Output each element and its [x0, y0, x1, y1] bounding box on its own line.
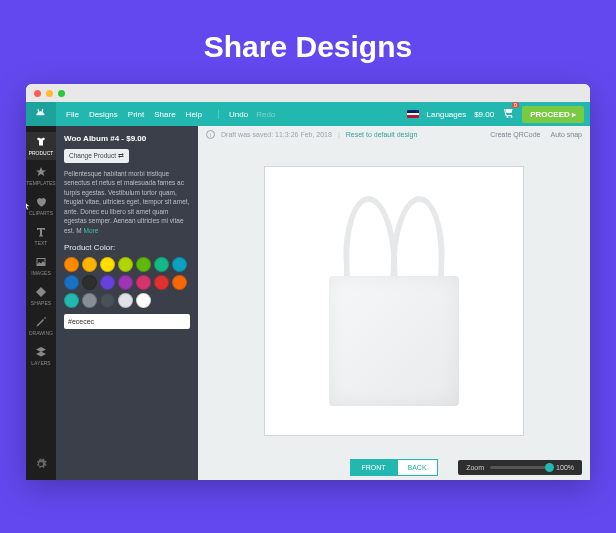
color-swatch[interactable] — [118, 257, 133, 272]
rail-templates[interactable]: TEMPLATES — [26, 162, 56, 190]
rail-shapes[interactable]: SHAPES — [26, 282, 56, 310]
image-icon — [35, 256, 47, 268]
canvas-area: i Draft was saved: 11:3:26 Feb, 2018 | R… — [198, 126, 590, 480]
color-swatch[interactable] — [136, 293, 151, 308]
text-icon — [35, 226, 47, 238]
maximize-dot[interactable] — [58, 90, 65, 97]
draft-saved-text: Draft was saved: 11:3:26 Feb, 2018 — [221, 131, 332, 138]
change-product-button[interactable]: Change Product ⇄ — [64, 149, 129, 163]
color-swatch[interactable] — [154, 275, 169, 290]
color-swatch[interactable] — [154, 257, 169, 272]
menu-designs[interactable]: Designs — [89, 110, 118, 119]
rail-shapes-label: SHAPES — [31, 300, 51, 306]
rail-images[interactable]: IMAGES — [26, 252, 56, 280]
rail-cliparts-label: CLIPARTS — [29, 210, 53, 216]
proceed-button[interactable]: PROCEED ▸ — [522, 106, 584, 123]
undo-button[interactable]: Undo — [229, 110, 248, 119]
color-swatch[interactable] — [82, 293, 97, 308]
rail-settings[interactable] — [26, 454, 56, 474]
topbar-right: Languages $9.00 0 PROCEED ▸ — [407, 106, 590, 123]
color-swatch[interactable] — [172, 275, 187, 290]
zoom-label: Zoom — [466, 464, 484, 471]
top-menubar: File Designs Print Share Help Undo Redo … — [26, 102, 590, 126]
rabbit-icon — [34, 107, 48, 121]
product-description: Pellentesque habitant morbi tristique se… — [64, 169, 190, 235]
undo-redo-group: Undo Redo — [218, 110, 275, 119]
diamond-icon — [35, 286, 47, 298]
menu-help[interactable]: Help — [186, 110, 202, 119]
color-swatch[interactable] — [64, 293, 79, 308]
hero-title: Share Designs — [0, 0, 616, 84]
product-color-label: Product Color: — [64, 243, 190, 252]
color-swatch[interactable] — [82, 275, 97, 290]
cart-icon — [502, 107, 514, 119]
topbar-price: $9.00 — [474, 110, 494, 119]
color-swatch[interactable] — [136, 275, 151, 290]
color-swatch[interactable] — [64, 257, 79, 272]
languages-dropdown[interactable]: Languages — [427, 110, 467, 119]
window-titlebar — [26, 84, 590, 102]
app-body: PRODUCT TEMPLATES CLIPARTS TEXT IMAGES — [26, 126, 590, 480]
more-link[interactable]: More — [84, 227, 99, 234]
canvas-stage — [198, 143, 590, 454]
rail-product[interactable]: PRODUCT — [26, 132, 56, 160]
back-button[interactable]: BACK — [397, 459, 438, 476]
menu-file[interactable]: File — [66, 110, 79, 119]
create-qrcode-link[interactable]: Create QRCode — [490, 131, 540, 138]
gear-icon — [35, 458, 47, 470]
zoom-slider[interactable] — [490, 466, 550, 469]
zoom-control: Zoom 100% — [458, 460, 582, 475]
color-swatches — [64, 257, 190, 308]
main-menu: File Designs Print Share Help — [56, 110, 212, 119]
star-icon — [35, 166, 47, 178]
color-hex-input[interactable] — [64, 314, 190, 329]
color-swatch[interactable] — [64, 275, 79, 290]
canvas-toolbar: i Draft was saved: 11:3:26 Feb, 2018 | R… — [198, 126, 590, 143]
pencil-icon — [35, 316, 47, 328]
color-swatch[interactable] — [100, 293, 115, 308]
rail-text-label: TEXT — [35, 240, 48, 246]
product-description-text: Pellentesque habitant morbi tristique se… — [64, 170, 189, 234]
zoom-knob[interactable] — [545, 463, 554, 472]
brand-logo[interactable] — [26, 102, 56, 126]
front-back-toggle: FRONT BACK — [350, 459, 437, 476]
color-swatch[interactable] — [136, 257, 151, 272]
auto-snap-link[interactable]: Auto snap — [550, 131, 582, 138]
product-mockup — [319, 196, 469, 406]
rail-templates-label: TEMPLATES — [26, 180, 55, 186]
rail-images-label: IMAGES — [31, 270, 50, 276]
color-swatch[interactable] — [118, 293, 133, 308]
rail-cliparts[interactable]: CLIPARTS — [26, 192, 56, 220]
rail-layers[interactable]: LAYERS — [26, 342, 56, 370]
layers-icon — [35, 346, 47, 358]
rail-drawing[interactable]: DRAWING — [26, 312, 56, 340]
redo-button: Redo — [256, 110, 275, 119]
rail-product-label: PRODUCT — [29, 150, 54, 156]
minimize-dot[interactable] — [46, 90, 53, 97]
product-title: Woo Album #4 - $9.00 — [64, 134, 146, 143]
menu-print[interactable]: Print — [128, 110, 144, 119]
front-button[interactable]: FRONT — [350, 459, 396, 476]
canvas-footer: FRONT BACK Zoom 100% — [198, 454, 590, 480]
color-swatch[interactable] — [118, 275, 133, 290]
icon-rail: PRODUCT TEMPLATES CLIPARTS TEXT IMAGES — [26, 126, 56, 480]
menu-share[interactable]: Share — [154, 110, 175, 119]
color-swatch[interactable] — [100, 275, 115, 290]
rail-text[interactable]: TEXT — [26, 222, 56, 250]
rail-drawing-label: DRAWING — [29, 330, 53, 336]
bag-body — [329, 276, 459, 406]
reset-design-link[interactable]: Reset to default design — [346, 131, 418, 138]
app-window: File Designs Print Share Help Undo Redo … — [26, 84, 590, 480]
side-panel: Woo Album #4 - $9.00 Change Product ⇄ Pe… — [56, 126, 198, 480]
tshirt-icon — [35, 136, 47, 148]
cart-button[interactable]: 0 — [502, 107, 514, 121]
color-swatch[interactable] — [100, 257, 115, 272]
rail-layers-label: LAYERS — [31, 360, 50, 366]
close-dot[interactable] — [34, 90, 41, 97]
artboard[interactable] — [264, 166, 524, 436]
color-swatch[interactable] — [172, 257, 187, 272]
zoom-value: 100% — [556, 464, 574, 471]
heart-icon — [35, 196, 47, 208]
color-swatch[interactable] — [82, 257, 97, 272]
uk-flag-icon — [407, 110, 419, 118]
